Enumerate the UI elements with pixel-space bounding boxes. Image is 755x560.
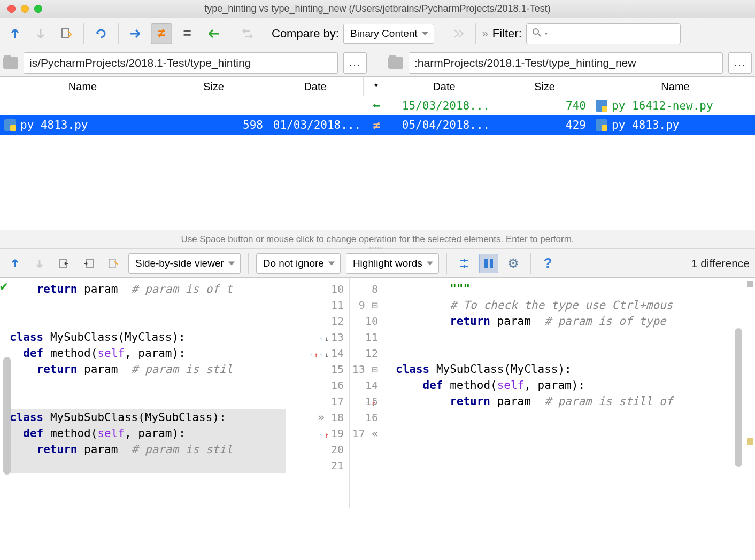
- python-file-icon: [596, 119, 607, 131]
- jump-to-right-button[interactable]: [79, 254, 98, 273]
- scrollbar-right[interactable]: [735, 328, 742, 467]
- right-path-field[interactable]: :harmProjects/2018.1-Test/type_hinting_n…: [409, 52, 723, 74]
- browse-left-button[interactable]: ...: [343, 52, 367, 74]
- expand-all-button[interactable]: [448, 23, 469, 44]
- scrollbar-left[interactable]: [3, 357, 11, 475]
- gutter-right: 89 ⊟ 10111213 ⊟ 14 ◦↑151617 «: [350, 278, 389, 508]
- next-diff-button[interactable]: [30, 23, 51, 44]
- sync-scroll-button[interactable]: [479, 254, 498, 273]
- refresh-button[interactable]: [90, 23, 112, 44]
- code-line: [10, 393, 286, 409]
- diff-right-pane[interactable]: """ # To check the type use Ctrl+mous re…: [389, 278, 755, 508]
- svg-rect-6: [484, 259, 488, 268]
- copy-left-button[interactable]: [202, 23, 224, 44]
- minimize-window-button[interactable]: [21, 5, 29, 13]
- python-file-icon: [4, 119, 16, 131]
- window-title: type_hinting vs type_hinting_new (/Users…: [0, 3, 755, 14]
- code-line: [10, 313, 286, 329]
- collapse-unchanged-button[interactable]: [454, 254, 474, 273]
- viewer-mode-select[interactable]: Side-by-side viewer: [128, 253, 241, 274]
- dropdown-icon: ▾: [545, 30, 548, 36]
- diff-area: ✔ return param # param is of tclass MySu…: [0, 278, 755, 508]
- file-table-header: Name Size Date * Date Size Name: [0, 77, 755, 96]
- col-date-left[interactable]: Date: [267, 77, 364, 96]
- code-line: return param # param is of t: [10, 281, 286, 297]
- code-line: [396, 425, 755, 441]
- prev-diff-button[interactable]: [4, 23, 26, 44]
- code-line: class MySubSubClass(MySubClass):: [10, 409, 286, 425]
- code-line: """: [396, 281, 755, 297]
- ignore-mode-select[interactable]: Do not ignore: [256, 253, 341, 274]
- code-line: return param # param is of type: [396, 313, 755, 329]
- gear-icon: ⚙: [507, 256, 519, 271]
- edit-source-button[interactable]: [56, 23, 77, 44]
- jump-to-left-button[interactable]: [55, 254, 74, 273]
- arrow-left-icon: ⬅: [373, 98, 380, 113]
- code-line: [396, 345, 755, 361]
- code-line: [10, 297, 286, 313]
- col-name-right[interactable]: Name: [590, 77, 755, 96]
- svg-rect-7: [490, 259, 493, 268]
- diff-left-pane[interactable]: return param # param is of tclass MySubC…: [0, 278, 286, 508]
- code-line: class MySubClass(MyClass):: [10, 329, 286, 345]
- table-row[interactable]: py_4813.py59801/03/2018...≠05/04/2018...…: [0, 115, 755, 135]
- swap-sides-button[interactable]: [237, 23, 258, 44]
- code-line: def method(self, param):: [10, 425, 286, 441]
- browse-right-button[interactable]: ...: [728, 52, 752, 74]
- left-path-field[interactable]: is/PycharmProjects/2018.1-Test/type_hint…: [24, 52, 338, 74]
- compare-by-label: Compare by:: [272, 27, 339, 41]
- search-icon: [532, 28, 542, 39]
- marker-strip[interactable]: [745, 278, 755, 508]
- help-icon: ?: [544, 255, 552, 271]
- code-line: return param # param is still of: [396, 393, 755, 409]
- svg-rect-5: [109, 259, 115, 268]
- col-date-right[interactable]: Date: [389, 77, 499, 96]
- difference-count: 1 difference: [691, 257, 750, 270]
- file-table: ⬅15/03/2018...740py_16412-new.pypy_4813.…: [0, 96, 755, 230]
- resize-grip-icon[interactable]: [369, 247, 386, 251]
- code-line: def method(self, param):: [396, 377, 755, 393]
- folder-icon: [388, 57, 403, 69]
- edit-left-button[interactable]: [104, 254, 123, 273]
- svg-point-1: [533, 29, 538, 34]
- code-line: return param # param is stil: [10, 361, 286, 377]
- folder-icon: [3, 57, 18, 69]
- chevron-right-icon: »: [482, 27, 488, 40]
- svg-rect-0: [62, 29, 68, 37]
- compare-by-select[interactable]: Binary Content: [343, 24, 434, 44]
- code-line: [10, 457, 286, 473]
- close-window-button[interactable]: [7, 5, 16, 13]
- title-bar: type_hinting vs type_hinting_new (/Users…: [0, 0, 755, 18]
- hint-text: Use Space button or mouse click to chang…: [181, 234, 574, 245]
- code-line: [396, 409, 755, 425]
- filter-input[interactable]: [551, 28, 675, 39]
- code-line: return param # param is stil: [10, 441, 286, 457]
- col-status[interactable]: *: [364, 77, 389, 96]
- zoom-window-button[interactable]: [34, 5, 42, 13]
- prev-difference-button[interactable]: [5, 254, 25, 273]
- copy-right-button[interactable]: [125, 23, 147, 44]
- gutter-left: 101112◦↓13◦↑ ◦↓14151617» 18◦↑192021: [286, 278, 350, 508]
- table-row[interactable]: ⬅15/03/2018...740py_16412-new.py: [0, 96, 755, 115]
- code-line: class MySubClass(MyClass):: [396, 361, 755, 377]
- col-size-left[interactable]: Size: [160, 77, 267, 96]
- filter-searchbox[interactable]: ▾: [526, 23, 681, 44]
- settings-button[interactable]: ⚙: [504, 254, 523, 273]
- help-button[interactable]: ?: [538, 254, 558, 273]
- hint-bar: Use Space button or mouse click to chang…: [0, 230, 755, 249]
- window-controls: [7, 5, 42, 13]
- col-size-right[interactable]: Size: [499, 77, 590, 96]
- compare-toolbar: ≠ = Compare by: Binary Content » Filter:…: [0, 18, 755, 49]
- col-name-left[interactable]: Name: [0, 77, 160, 96]
- svg-rect-4: [87, 259, 93, 268]
- filter-label: Filter:: [492, 27, 522, 41]
- diff-toolbar: Side-by-side viewer Do not ignore Highli…: [0, 249, 755, 278]
- show-diff-button[interactable]: ≠: [151, 23, 172, 44]
- show-equal-button[interactable]: =: [176, 23, 198, 44]
- next-difference-button[interactable]: [30, 254, 49, 273]
- code-line: [10, 377, 286, 393]
- highlight-mode-select[interactable]: Highlight words: [346, 253, 439, 274]
- path-row: is/PycharmProjects/2018.1-Test/type_hint…: [0, 49, 755, 77]
- code-line: [396, 329, 755, 345]
- code-line: # To check the type use Ctrl+mous: [396, 297, 755, 313]
